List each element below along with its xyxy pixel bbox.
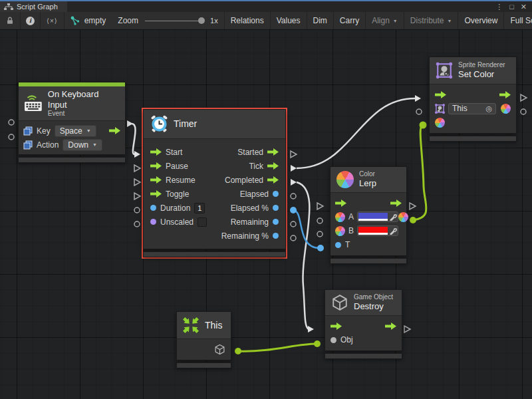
lerp-b-port[interactable] [317,231,323,237]
lerp-t-in-port[interactable] [317,245,324,251]
flow-in-arrow [331,323,342,330]
eyedropper-icon[interactable] [389,227,397,235]
graph-toolbar: i ⟨×⟩ empty Zoom 1x Relations [0,12,532,30]
color-b-picker[interactable] [357,225,398,236]
value-port-dot [273,205,279,211]
align-dropdown-button[interactable]: Align ▼ [366,12,404,29]
overview-button[interactable]: Overview [458,12,504,29]
keyboard-action-port[interactable] [9,134,14,140]
color-a-picker[interactable] [357,211,398,222]
node-timer[interactable]: Timer Start Started [142,108,287,259]
fullscreen-button[interactable]: Full Screen [504,12,532,29]
port-label: Remaining % [221,231,269,241]
value-port-dot [273,191,279,197]
node-title: Destroy [354,301,393,312]
setcolor-target-out-port[interactable] [521,109,526,114]
timer-started-port[interactable] [291,151,297,158]
node-set-color[interactable]: Sprite Renderer Set Color [429,57,517,142]
node-destroy[interactable]: Game Object Destroy Obj [325,289,402,359]
sprite-renderer-icon [435,104,445,114]
window-menu-icon[interactable]: ⋮ [495,3,503,11]
maximize-icon[interactable]: □ [509,3,514,11]
relations-button[interactable]: Relations [224,12,271,29]
port-label: Elapsed % [231,203,269,213]
lerp-color-out-port[interactable] [410,217,416,223]
timer-remaining-port[interactable] [291,221,296,227]
timer-pause-port[interactable] [134,165,140,172]
setcolor-flow-out-port[interactable] [521,94,527,101]
code-icon: ⟨×⟩ [47,17,58,25]
node-on-keyboard-input[interactable]: On Keyboard Input Event Key [18,82,126,163]
code-preview-button[interactable]: ⟨×⟩ [41,12,65,29]
color-b-swatch[interactable] [358,227,388,235]
info-button[interactable]: i [21,12,41,29]
wire-lerp-to-color[interactable] [413,125,426,220]
value-port-dot [273,219,279,225]
lerp-flow-out-port[interactable] [410,203,416,209]
setcolor-color-in-port[interactable] [420,122,427,129]
flow-in-arrow [335,200,346,207]
a-label: A [348,212,354,221]
b-label: B [348,226,354,235]
duration-field[interactable]: 1 [194,203,205,213]
zoom-slider-knob[interactable] [198,17,205,24]
color-wheel-icon [335,212,345,222]
setcolor-target-port[interactable] [416,109,422,114]
dim-button[interactable]: Dim [307,12,334,29]
value-port-dot [335,242,341,248]
timer-unscaled-port[interactable] [134,221,140,227]
lock-button[interactable] [0,12,21,29]
destroy-flow-in-port[interactable] [308,326,314,332]
action-dropdown[interactable]: Down ▼ [63,139,102,151]
timer-start-port[interactable] [134,151,140,158]
timer-completed-port[interactable] [291,179,297,186]
key-dropdown[interactable]: Space ▼ [55,125,96,137]
port-label: Remaining [231,217,269,227]
keyboard-key-port[interactable] [9,120,14,125]
setcolor-flow-in-port[interactable] [415,95,421,102]
unscaled-checkbox[interactable] [198,217,207,227]
timer-remaining-percent-port[interactable] [291,235,296,241]
wire-tick-to-setcolor[interactable] [297,98,415,168]
graph-canvas[interactable]: On Keyboard Input Event Key [0,30,532,399]
color-a-swatch[interactable] [358,213,388,221]
flow-out-arrow [109,127,120,134]
destroy-flow-out-port[interactable] [404,326,410,332]
node-category: Game Object [354,293,393,301]
wire-elapsed-to-t[interactable] [293,210,319,248]
carry-button[interactable]: Carry [334,12,366,29]
literal-icon [23,126,33,136]
timer-resume-port[interactable] [134,179,140,186]
distribute-dropdown-button[interactable]: Distribute ▼ [404,12,459,29]
tab-script-graph[interactable]: Script Graph [0,1,67,12]
flow-in-arrow [150,162,162,170]
this-out-port[interactable] [235,348,241,354]
timer-elapsed-percent-port[interactable] [290,207,297,213]
port-label: Started [237,148,263,157]
zoom-value: 1x [210,17,218,25]
chevron-down-icon: ▼ [86,128,91,133]
lerp-a-port[interactable] [317,218,323,223]
timer-toggle-port[interactable] [134,193,140,200]
chevron-down-icon: ▼ [393,19,398,23]
selection-label: empty [84,16,106,25]
values-button[interactable]: Values [271,12,307,29]
lerp-flow-in-port[interactable] [317,203,323,209]
wire-completed-to-destroy[interactable] [297,182,309,329]
zoom-slider[interactable] [145,21,203,21]
timer-elapsed-port[interactable] [291,194,296,199]
node-this[interactable]: This [176,311,231,368]
object-picker-icon[interactable]: ◎ [485,104,492,113]
carry-label: Carry [340,16,359,25]
key-label: Key [37,126,51,136]
timer-duration-port[interactable] [134,207,140,213]
timer-tick-port[interactable] [291,165,297,172]
eyedropper-icon[interactable] [389,213,397,221]
close-icon[interactable]: ✕ [521,3,527,11]
keyboard-output-port[interactable] [127,120,133,127]
wire-keyboard-to-timer[interactable] [132,124,136,154]
wire-this-to-obj[interactable] [238,344,316,351]
target-object-field[interactable]: This ◎ [448,103,496,114]
node-color-lerp[interactable]: Color Lerp A [330,166,407,264]
destroy-obj-in-port[interactable] [314,340,321,347]
